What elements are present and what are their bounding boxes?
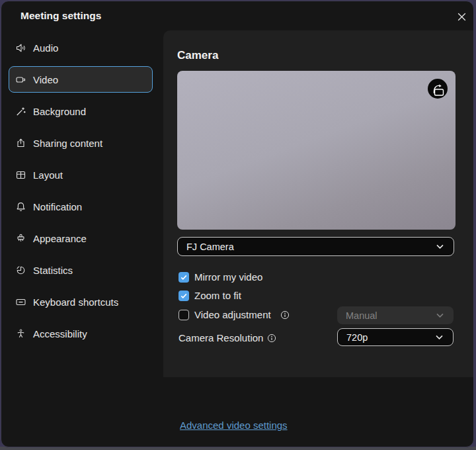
meeting-settings-dialog: Meeting settings AudioVideoBackgroundSha… bbox=[1, 1, 474, 447]
sidebar-item-label: Keyboard shortcuts bbox=[33, 296, 118, 308]
camera-resolution-value: 720p bbox=[346, 332, 368, 343]
sidebar-item-label: Background bbox=[33, 106, 86, 117]
rotate-camera-icon bbox=[429, 80, 446, 97]
video-adjustment-select: Manual bbox=[337, 306, 454, 324]
speaker-icon bbox=[15, 42, 26, 54]
sidebar-item-video[interactable]: Video bbox=[9, 66, 153, 93]
chevron-down-icon bbox=[435, 310, 445, 320]
check-icon bbox=[180, 292, 188, 300]
dialog-title: Meeting settings bbox=[20, 10, 101, 22]
video-adjustment-row[interactable]: Video adjustment bbox=[178, 309, 290, 320]
info-icon[interactable] bbox=[267, 334, 276, 343]
sidebar-item-background[interactable]: Background bbox=[9, 98, 153, 124]
zoom-to-fit-row[interactable]: Zoom to fit bbox=[178, 290, 241, 301]
sidebar-item-label: Audio bbox=[33, 42, 58, 54]
settings-sidebar: AudioVideoBackgroundSharing contentLayou… bbox=[9, 34, 153, 352]
camera-icon bbox=[15, 74, 26, 85]
accessibility-icon bbox=[15, 328, 26, 339]
grid-icon bbox=[15, 169, 26, 181]
magic-wand-icon bbox=[15, 106, 26, 117]
share-icon bbox=[15, 138, 26, 149]
sidebar-item-label: Sharing content bbox=[33, 138, 102, 149]
mirror-video-checkbox[interactable] bbox=[178, 272, 189, 283]
video-settings-panel: Camera FJ Camera Mirror my video Zoom to… bbox=[163, 30, 473, 377]
zoom-to-fit-label: Zoom to fit bbox=[194, 290, 241, 301]
rotate-camera-button[interactable] bbox=[428, 79, 448, 99]
sidebar-item-label: Appearance bbox=[33, 233, 87, 244]
zoom-to-fit-checkbox[interactable] bbox=[178, 291, 189, 301]
chevron-down-icon bbox=[435, 242, 445, 251]
camera-resolution-label-row: Camera Resolution bbox=[178, 332, 276, 343]
mirror-video-row[interactable]: Mirror my video bbox=[178, 271, 262, 283]
stats-icon bbox=[15, 265, 26, 276]
video-adjustment-value: Manual bbox=[346, 310, 377, 321]
sidebar-item-layout[interactable]: Layout bbox=[9, 161, 153, 188]
sidebar-item-label: Layout bbox=[33, 169, 63, 181]
chevron-down-icon bbox=[434, 332, 444, 342]
sidebar-item-label: Statistics bbox=[33, 265, 73, 276]
camera-preview bbox=[177, 71, 456, 230]
sidebar-item-statistics[interactable]: Statistics bbox=[9, 257, 153, 283]
bell-icon bbox=[15, 201, 26, 212]
sidebar-item-audio[interactable]: Audio bbox=[9, 34, 153, 61]
camera-resolution-label: Camera Resolution bbox=[178, 332, 263, 343]
camera-select[interactable]: FJ Camera bbox=[177, 237, 454, 256]
sidebar-item-notification[interactable]: Notification bbox=[9, 193, 153, 220]
camera-heading: Camera bbox=[177, 49, 218, 62]
close-button[interactable] bbox=[456, 11, 467, 22]
info-icon[interactable] bbox=[280, 310, 290, 320]
camera-resolution-select[interactable]: 720p bbox=[337, 328, 454, 346]
check-icon bbox=[180, 273, 188, 281]
sidebar-item-label: Notification bbox=[33, 201, 82, 212]
paintbrush-icon bbox=[15, 233, 26, 244]
close-icon bbox=[457, 12, 467, 22]
sidebar-item-appearance[interactable]: Appearance bbox=[9, 225, 153, 251]
sidebar-item-label: Accessibility bbox=[33, 328, 87, 339]
keyboard-icon bbox=[15, 296, 26, 308]
sidebar-item-sharing-content[interactable]: Sharing content bbox=[9, 130, 153, 156]
mirror-video-label: Mirror my video bbox=[194, 271, 262, 283]
sidebar-item-keyboard-shortcuts[interactable]: Keyboard shortcuts bbox=[9, 289, 153, 315]
video-adjustment-label: Video adjustment bbox=[194, 309, 271, 320]
sidebar-item-label: Video bbox=[33, 74, 58, 85]
advanced-video-settings-link[interactable]: Advanced video settings bbox=[180, 420, 288, 431]
camera-select-value: FJ Camera bbox=[186, 242, 234, 252]
sidebar-item-accessibility[interactable]: Accessibility bbox=[9, 320, 153, 347]
video-adjustment-checkbox[interactable] bbox=[178, 310, 189, 320]
